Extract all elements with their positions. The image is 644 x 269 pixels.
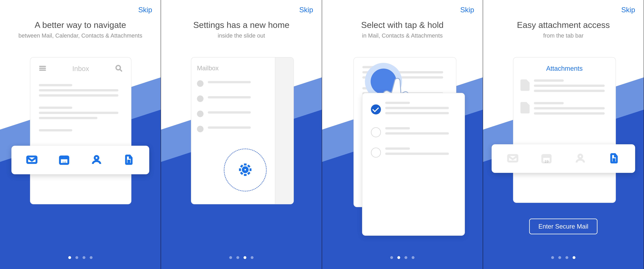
page-indicator bbox=[551, 256, 576, 259]
list-item bbox=[520, 102, 608, 118]
screen-subtitle: between Mail, Calendar, Contacts & Attac… bbox=[6, 32, 155, 39]
slideout-mock-title: Mailbox bbox=[197, 64, 269, 72]
calendar-icon[interactable]: 19 bbox=[541, 153, 552, 164]
calendar-day-label: 19 bbox=[541, 159, 552, 164]
list-item bbox=[371, 148, 456, 158]
inbox-mock-title: Inbox bbox=[46, 65, 115, 72]
settings-gear-highlight bbox=[224, 148, 267, 192]
onboarding-screen-4: Skip Easy attachment access from the tab… bbox=[483, 0, 644, 269]
pager-dot bbox=[412, 256, 414, 259]
attachments-mock-card: Attachments bbox=[513, 57, 616, 203]
pager-dot bbox=[76, 256, 78, 259]
title-block: Settings has a new home inside the slide… bbox=[161, 20, 322, 39]
pager-dot bbox=[558, 256, 561, 259]
pager-dot bbox=[397, 256, 400, 259]
pager-dot bbox=[68, 256, 71, 259]
inbox-mock-card: Inbox bbox=[30, 57, 132, 204]
attachments-mock-title: Attachments bbox=[520, 64, 608, 72]
onboarding-screen-2: Skip Settings has a new home inside the … bbox=[161, 0, 322, 269]
pager-dot bbox=[82, 256, 86, 259]
contacts-icon[interactable] bbox=[575, 153, 586, 164]
calendar-icon[interactable]: 19 bbox=[58, 154, 70, 166]
calendar-day-label: 19 bbox=[58, 161, 70, 165]
checkbox-empty-icon bbox=[371, 148, 381, 158]
svg-point-4 bbox=[243, 168, 247, 172]
enter-secure-mail-button[interactable]: Enter Secure Mail bbox=[529, 218, 598, 234]
pager-dot bbox=[229, 256, 232, 259]
pager-dot bbox=[90, 256, 92, 259]
contacts-icon[interactable] bbox=[91, 154, 102, 166]
attachments-icon[interactable] bbox=[608, 153, 620, 164]
onboarding-screen-3: Skip Select with tap & hold in Mail, Con… bbox=[322, 0, 483, 269]
selection-mock-card bbox=[362, 93, 465, 236]
screen-subtitle: in Mail, Contacts & Attachments bbox=[328, 32, 477, 39]
file-icon bbox=[520, 102, 530, 114]
pager-dot bbox=[251, 256, 254, 259]
screen-subtitle: inside the slide out bbox=[167, 32, 316, 39]
pager-dot bbox=[404, 256, 407, 259]
pager-dot bbox=[244, 256, 246, 259]
pager-dot bbox=[390, 256, 393, 259]
slideout-right-panel bbox=[275, 58, 294, 204]
skip-button[interactable]: Skip bbox=[299, 6, 313, 14]
checkbox-empty-icon bbox=[371, 127, 381, 137]
mail-icon[interactable] bbox=[507, 153, 518, 164]
list-item bbox=[520, 80, 608, 95]
pager-dot bbox=[572, 256, 576, 259]
attachments-icon[interactable] bbox=[123, 154, 134, 166]
pager-dot bbox=[566, 256, 568, 259]
checkbox-checked-icon bbox=[371, 104, 381, 114]
mail-icon[interactable] bbox=[26, 154, 38, 166]
title-block: Select with tap & hold in Mail, Contacts… bbox=[322, 20, 483, 39]
page-indicator bbox=[390, 256, 414, 259]
list-item bbox=[371, 102, 456, 117]
search-icon bbox=[115, 64, 122, 72]
screen-title: A better way to navigate bbox=[6, 20, 155, 30]
screen-title: Easy attachment access bbox=[489, 20, 638, 30]
screen-title: Settings has a new home bbox=[167, 20, 316, 30]
gear-icon bbox=[238, 162, 253, 178]
svg-point-7 bbox=[578, 154, 582, 158]
tab-bar: 19 bbox=[492, 144, 635, 173]
pager-dot bbox=[551, 256, 554, 259]
page-indicator bbox=[68, 256, 92, 259]
pager-dot bbox=[236, 256, 239, 259]
onboarding-screen-1: Skip A better way to navigate between Ma… bbox=[0, 0, 161, 269]
tab-bar: 19 bbox=[12, 146, 149, 174]
title-block: A better way to navigate between Mail, C… bbox=[0, 20, 161, 39]
screen-title: Select with tap & hold bbox=[328, 20, 477, 30]
title-block: Easy attachment access from the tab bar bbox=[483, 20, 644, 39]
page-indicator bbox=[229, 256, 254, 259]
list-item bbox=[371, 127, 456, 138]
skip-button[interactable]: Skip bbox=[621, 6, 635, 14]
hamburger-icon bbox=[39, 64, 46, 72]
svg-point-3 bbox=[95, 156, 98, 160]
skip-button[interactable]: Skip bbox=[138, 6, 152, 14]
screen-subtitle: from the tab bar bbox=[489, 32, 638, 39]
skip-button[interactable]: Skip bbox=[460, 6, 474, 14]
file-icon bbox=[520, 80, 530, 91]
